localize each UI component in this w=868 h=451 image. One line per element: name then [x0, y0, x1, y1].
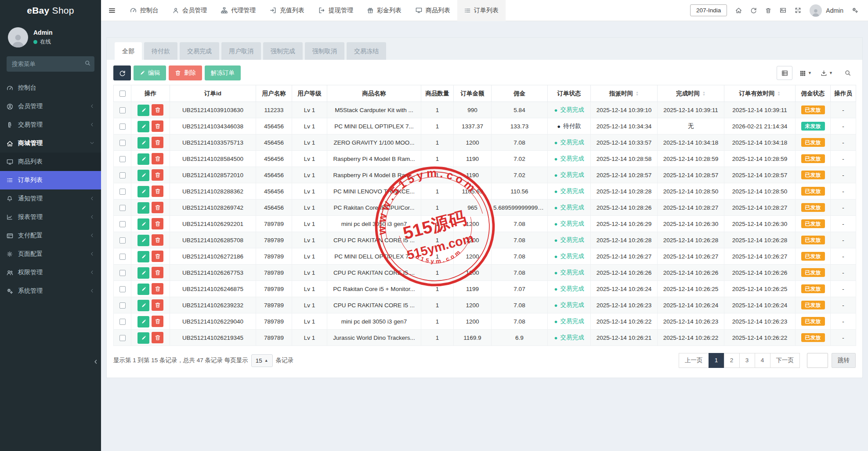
row-checkbox[interactable] — [119, 237, 126, 244]
row-delete-button[interactable] — [152, 234, 163, 246]
jump-button[interactable]: 跳转 — [832, 353, 856, 368]
sidebar-item-members[interactable]: 会员管理 — [0, 97, 101, 116]
export-button[interactable]: ▼ — [819, 66, 835, 80]
page-button-2[interactable]: 2 — [724, 353, 740, 368]
settings-cogs-icon[interactable] — [852, 7, 858, 14]
row-delete-button[interactable] — [152, 332, 163, 343]
tab-用户取消[interactable]: 用户取消 — [221, 42, 261, 60]
row-checkbox[interactable] — [119, 254, 126, 260]
topnav-item-agents[interactable]: 代理管理 — [214, 0, 263, 21]
row-edit-button[interactable] — [137, 105, 149, 116]
row-delete-button[interactable] — [152, 104, 163, 116]
refresh-button[interactable] — [113, 65, 131, 80]
select-all-checkbox[interactable] — [119, 91, 126, 97]
unfreeze-button[interactable]: 解冻订单 — [205, 65, 241, 80]
row-edit-button[interactable] — [137, 170, 149, 181]
sidebar-item-report[interactable]: 报表管理 — [0, 208, 101, 226]
refresh-button[interactable] — [750, 7, 757, 14]
row-edit-button[interactable] — [137, 202, 149, 214]
row-delete-button[interactable] — [152, 137, 163, 148]
tab-强制取消[interactable]: 强制取消 — [305, 42, 344, 60]
row-delete-button[interactable] — [152, 316, 163, 327]
row-checkbox[interactable] — [119, 335, 126, 341]
sidebar-item-dashboard[interactable]: 控制台 — [0, 79, 101, 97]
sidebar-item-trade[interactable]: 交易管理 — [0, 116, 101, 134]
next-page-button[interactable]: 下一页 — [770, 353, 800, 368]
sidebar-item-permission[interactable]: 权限管理 — [0, 263, 101, 282]
row-checkbox[interactable] — [119, 124, 126, 130]
sort-icon[interactable]: ▲▼ — [778, 91, 781, 96]
tab-待付款[interactable]: 待付款 — [144, 42, 177, 60]
row-edit-button[interactable] — [137, 137, 149, 149]
row-checkbox[interactable] — [119, 319, 126, 325]
row-checkbox[interactable] — [119, 189, 126, 195]
page-button-4[interactable]: 4 — [755, 353, 770, 368]
topnav-item-recharge[interactable]: 充值列表 — [263, 0, 311, 21]
row-edit-button[interactable] — [137, 186, 149, 197]
menu-toggle-icon[interactable] — [101, 0, 123, 21]
row-delete-button[interactable] — [152, 185, 163, 197]
topnav-item-members[interactable]: 会员管理 — [166, 0, 214, 21]
columns-button[interactable]: ▼ — [798, 66, 814, 80]
page-size-select[interactable]: 15 ▲ — [251, 354, 273, 367]
sidebar-item-orders[interactable]: 订单列表 — [0, 171, 101, 189]
region-button[interactable]: 207-India — [690, 4, 727, 16]
row-delete-button[interactable] — [152, 202, 163, 213]
tab-交易完成[interactable]: 交易完成 — [180, 42, 219, 60]
edit-button[interactable]: 编辑 — [134, 65, 166, 80]
trash-button[interactable] — [765, 7, 771, 14]
row-edit-button[interactable] — [137, 316, 149, 327]
prev-page-button[interactable]: 上一页 — [679, 353, 709, 368]
page-button-3[interactable]: 3 — [739, 353, 755, 368]
row-edit-button[interactable] — [137, 235, 149, 246]
sort-icon[interactable]: ▲▼ — [702, 91, 705, 96]
row-delete-button[interactable] — [152, 251, 163, 262]
row-edit-button[interactable] — [137, 153, 149, 165]
sidebar-item-page[interactable]: 页面配置 — [0, 245, 101, 263]
sidebar-item-products[interactable]: 商品列表 — [0, 153, 101, 171]
column-header-完成时间[interactable]: 完成时间▲▼ — [658, 85, 724, 102]
topnav-item-orders[interactable]: 订单列表 — [457, 0, 506, 21]
topnav-item-dashboard[interactable]: 控制台 — [123, 0, 166, 21]
sidebar-item-mall[interactable]: 商城管理 — [0, 134, 101, 153]
jump-page-input[interactable] — [807, 353, 828, 368]
column-header-订单有效时间[interactable]: 订单有效时间▲▼ — [724, 85, 796, 102]
topnav-item-products[interactable]: 商品列表 — [409, 0, 457, 21]
row-edit-button[interactable] — [137, 251, 149, 262]
row-edit-button[interactable] — [137, 267, 149, 279]
sidebar-item-system[interactable]: 系统管理 — [0, 282, 101, 300]
row-delete-button[interactable] — [152, 153, 163, 164]
column-header-指派时间[interactable]: 指派时间▲▼ — [591, 85, 658, 102]
row-edit-button[interactable] — [137, 121, 149, 132]
sidebar-item-notice[interactable]: 通知管理 — [0, 189, 101, 208]
expand-button[interactable] — [795, 7, 801, 14]
row-checkbox[interactable] — [119, 302, 126, 309]
detail-view-button[interactable] — [777, 66, 792, 80]
delete-button[interactable]: 删除 — [169, 65, 202, 80]
row-checkbox[interactable] — [119, 270, 126, 276]
sidebar-collapse-icon[interactable] — [93, 359, 98, 366]
topnav-item-withdraw[interactable]: 提现管理 — [311, 0, 360, 21]
topnav-item-bonus[interactable]: 彩金列表 — [360, 0, 409, 21]
sort-icon[interactable]: ▲▼ — [636, 91, 639, 96]
row-edit-button[interactable] — [137, 284, 149, 295]
row-checkbox[interactable] — [119, 172, 126, 178]
tab-全部[interactable]: 全部 — [115, 42, 142, 60]
sidebar-search-input[interactable] — [7, 56, 94, 72]
row-delete-button[interactable] — [152, 283, 163, 295]
row-checkbox[interactable] — [119, 107, 126, 113]
row-checkbox[interactable] — [119, 156, 126, 162]
tab-强制完成[interactable]: 强制完成 — [263, 42, 303, 60]
row-checkbox[interactable] — [119, 286, 126, 292]
images-button[interactable] — [780, 7, 786, 14]
sidebar-item-payment[interactable]: 支付配置 — [0, 226, 101, 245]
table-search-button[interactable] — [840, 66, 856, 80]
row-edit-button[interactable] — [137, 300, 149, 311]
topnav-user[interactable]: Admin — [810, 4, 843, 17]
row-edit-button[interactable] — [137, 218, 149, 230]
row-checkbox[interactable] — [119, 221, 126, 227]
row-delete-button[interactable] — [152, 299, 163, 311]
tab-交易冻结[interactable]: 交易冻结 — [347, 42, 386, 60]
row-delete-button[interactable] — [152, 267, 163, 278]
page-button-1[interactable]: 1 — [709, 353, 724, 368]
